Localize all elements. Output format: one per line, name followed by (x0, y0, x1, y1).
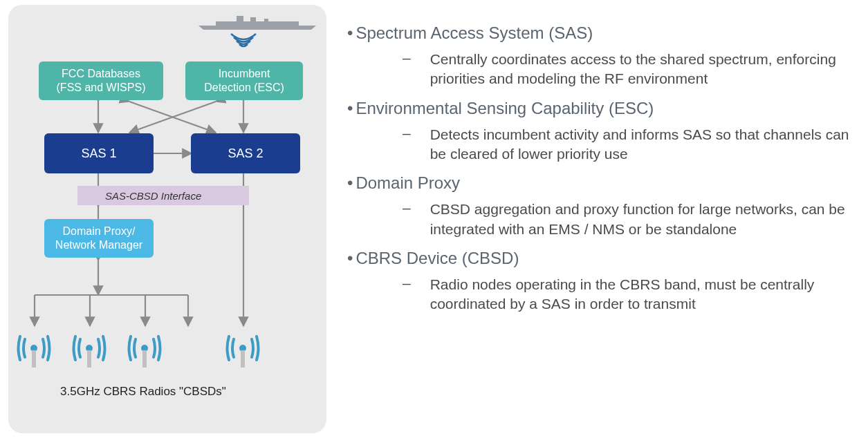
architecture-diagram: FCC Databases (FSS and WISPS) Incumbent … (8, 5, 326, 433)
interface-label: SAS-CBSD Interface (105, 190, 201, 202)
definitions-panel: Spectrum Access System (SAS) Centrally c… (326, 0, 868, 438)
desc-esc: Detects incumbent activity and informs S… (403, 125, 861, 164)
svg-rect-2 (250, 17, 256, 21)
sas1-box: SAS 1 (44, 133, 154, 173)
svg-rect-1 (237, 16, 243, 21)
heading-esc-text: Environmental Sensing Capability (ESC) (355, 99, 654, 118)
svg-rect-23 (142, 350, 147, 368)
sas-cbsd-interface-bar: SAS-CBSD Interface (77, 186, 249, 205)
svg-line-7 (129, 102, 216, 133)
desc-cbsd: Radio nodes operating in the CBRS band, … (403, 275, 861, 314)
desc-domain-proxy-text: CBSD aggregation and proxy function for … (430, 200, 861, 239)
svg-rect-19 (32, 350, 36, 368)
desc-domain-proxy: CBSD aggregation and proxy function for … (403, 200, 861, 239)
antenna-icon (225, 330, 260, 368)
desc-esc-text: Detects incumbent activity and informs S… (430, 125, 861, 164)
svg-rect-0 (216, 21, 299, 26)
heading-sas-text: Spectrum Access System (SAS) (355, 23, 593, 43)
sas2-box: SAS 2 (191, 133, 300, 173)
ship-icon (195, 10, 320, 31)
heading-domain-proxy-text: Domain Proxy (355, 173, 460, 193)
desc-sas: Centrally coordinates access to the shar… (403, 50, 861, 89)
signal-icon (230, 32, 257, 50)
sas1-label: SAS 1 (81, 146, 116, 162)
heading-cbsd: CBRS Device (CBSD) (347, 249, 861, 268)
fcc-databases-box: FCC Databases (FSS and WISPS) (39, 61, 163, 100)
heading-domain-proxy: Domain Proxy (347, 173, 861, 193)
heading-sas: Spectrum Access System (SAS) (347, 23, 861, 43)
desc-cbsd-text: Radio nodes operating in the CBRS band, … (430, 275, 861, 314)
incumbent-detection-label: Incumbent Detection (ESC) (204, 67, 284, 95)
heading-esc: Environmental Sensing Capability (ESC) (347, 99, 861, 118)
svg-rect-3 (264, 19, 268, 21)
fcc-databases-label: FCC Databases (FSS and WISPS) (57, 67, 146, 95)
sas2-label: SAS 2 (228, 146, 263, 162)
incumbent-detection-box: Incumbent Detection (ESC) (185, 61, 303, 100)
svg-rect-25 (241, 350, 245, 368)
svg-rect-21 (87, 350, 91, 368)
domain-proxy-box: Domain Proxy/ Network Manager (44, 219, 154, 258)
antenna-icon (17, 330, 51, 368)
antenna-icon (72, 330, 107, 368)
cbsd-caption: 3.5GHz CBRS Radios "CBSDs" (46, 385, 240, 399)
antenna-icon (127, 330, 162, 368)
desc-sas-text: Centrally coordinates access to the shar… (430, 50, 861, 89)
domain-proxy-label: Domain Proxy/ Network Manager (55, 225, 142, 252)
svg-line-6 (129, 102, 216, 133)
heading-cbsd-text: CBRS Device (CBSD) (355, 249, 519, 268)
